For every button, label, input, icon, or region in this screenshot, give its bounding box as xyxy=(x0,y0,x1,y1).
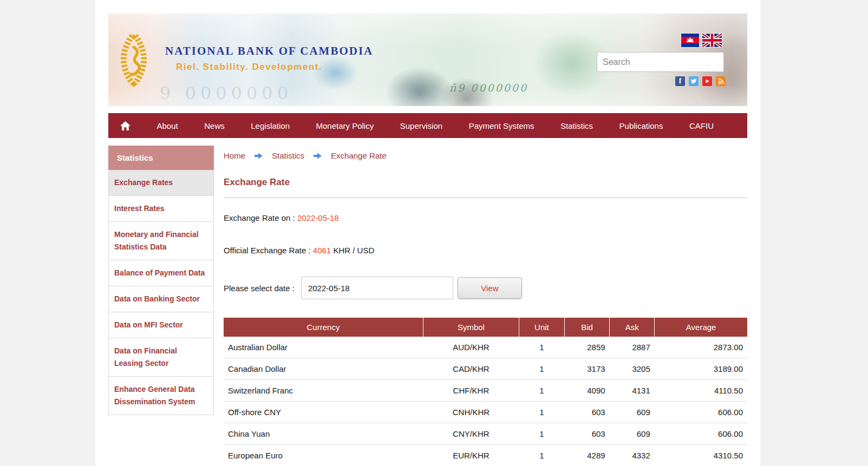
sidebar-item-balance-of-payment[interactable]: Balance of Payment Data xyxy=(108,260,214,286)
nav-item-publications[interactable]: Publications xyxy=(619,121,663,130)
cell-symbol: CHF/KHR xyxy=(423,380,519,402)
breadcrumb: Home Statistics Exchange Rate xyxy=(224,151,747,160)
nav-item-cafiu[interactable]: CAFIU xyxy=(689,121,714,130)
youtube-icon[interactable] xyxy=(702,76,712,86)
nav-item-legislation[interactable]: Legislation xyxy=(251,121,290,130)
search-input[interactable] xyxy=(597,52,724,72)
exchange-rate-on-date: 2022-05-18 xyxy=(297,213,339,222)
official-rate-value: 4061 xyxy=(313,246,331,255)
cell-currency: Switzerland Franc xyxy=(224,380,423,402)
nav-item-supervision[interactable]: Supervision xyxy=(400,121,442,130)
cell-symbol: EUR/KHR xyxy=(423,445,519,466)
official-rate-unit: KHR / USD xyxy=(333,246,374,255)
cell-unit: 1 xyxy=(519,445,564,466)
cell-average: 2873.00 xyxy=(655,337,747,358)
cell-symbol: CNY/KHR xyxy=(423,423,519,445)
view-button[interactable]: View xyxy=(458,277,522,299)
sidebar-item-exchange-rates[interactable]: Exchange Rates xyxy=(108,170,214,196)
page-title: Exchange Rate xyxy=(224,177,747,198)
cell-currency: China Yuan xyxy=(224,423,423,445)
cell-bid: 4289 xyxy=(565,445,610,466)
khmer-flag-icon[interactable] xyxy=(681,34,699,47)
breadcrumb-arrow-icon xyxy=(254,153,263,159)
cell-currency: Australian Dollar xyxy=(224,337,423,358)
cell-ask: 2887 xyxy=(610,337,655,358)
cell-symbol: AUD/KHR xyxy=(423,337,519,358)
table-row: Off-shore CNY CNH/KHR 1 603 609 606.00 xyxy=(224,402,747,423)
cell-symbol: CNH/KHR xyxy=(423,402,519,423)
official-rate-label: Official Exchange Rate : xyxy=(224,246,311,255)
cell-ask: 3205 xyxy=(610,358,655,380)
cell-average: 4310.50 xyxy=(655,445,747,466)
cell-bid: 4090 xyxy=(565,380,610,402)
cell-average: 606.00 xyxy=(655,423,747,445)
banner-banknote-serial: ñ9 0000000 xyxy=(449,82,528,94)
sidebar-item-monetary-financial-stats[interactable]: Monetary and Financial Statistics Data xyxy=(108,222,214,260)
exchange-rate-on-line: Exchange Rate on : 2022-05-18 xyxy=(224,213,747,222)
cell-average: 606.00 xyxy=(655,402,747,423)
banner-banknote-serial-faint: 9 0000000 xyxy=(160,83,292,103)
cell-unit: 1 xyxy=(519,337,564,358)
bank-name-title: NATIONAL BANK OF CAMBODIA xyxy=(165,44,373,58)
sidebar-item-financial-leasing[interactable]: Data on Financial Leasing Sector xyxy=(108,338,214,377)
breadcrumb-exchange-rate[interactable]: Exchange Rate xyxy=(331,151,387,160)
table-row: European Euro EUR/KHR 1 4289 4332 4310.5… xyxy=(224,445,747,466)
date-select-form: Please select date : View xyxy=(224,277,747,299)
cell-unit: 1 xyxy=(519,402,564,423)
cell-unit: 1 xyxy=(519,380,564,402)
sidebar-item-egdds[interactable]: Enhance General Data Dissemination Syste… xyxy=(108,377,214,415)
bank-tagline: Riel. Stability. Development. xyxy=(176,62,322,73)
exchange-rates-table: Currency Symbol Unit Bid Ask Average Aus… xyxy=(224,318,747,466)
nav-item-about[interactable]: About xyxy=(157,121,178,130)
cell-average: 3189.00 xyxy=(655,358,747,380)
nav-item-monetary-policy[interactable]: Monetary Policy xyxy=(316,121,374,130)
col-header-ask: Ask xyxy=(610,318,655,337)
select-date-label: Please select date : xyxy=(224,284,295,293)
sidebar-item-banking-sector[interactable]: Data on Banking Sector xyxy=(108,286,214,312)
nav-item-news[interactable]: News xyxy=(204,121,225,130)
page-wrapper: 9 0000000 ñ9 0000000 NATIONAL BANK OF CA… xyxy=(95,0,760,466)
table-row: Switzerland Franc CHF/KHR 1 4090 4131 41… xyxy=(224,380,747,402)
table-row: Australian Dollar AUD/KHR 1 2859 2887 28… xyxy=(224,337,747,358)
language-switcher xyxy=(681,34,722,47)
breadcrumb-home[interactable]: Home xyxy=(224,151,245,160)
col-header-bid: Bid xyxy=(565,318,610,337)
cell-average: 4110.50 xyxy=(655,380,747,402)
rss-icon[interactable] xyxy=(716,76,726,86)
sidebar-item-interest-rates[interactable]: Interest Rates xyxy=(108,196,214,222)
breadcrumb-statistics[interactable]: Statistics xyxy=(272,151,304,160)
cell-currency: Canadian Dollar xyxy=(224,358,423,380)
cell-ask: 4332 xyxy=(610,445,655,466)
cell-symbol: CAD/KHR xyxy=(423,358,519,380)
exchange-rate-on-label: Exchange Rate on : xyxy=(224,213,295,222)
date-input[interactable] xyxy=(301,277,453,299)
table-row: China Yuan CNY/KHR 1 603 609 606.00 xyxy=(224,423,747,445)
cell-unit: 1 xyxy=(519,358,564,380)
nav-item-payment-systems[interactable]: Payment Systems xyxy=(469,121,534,130)
col-header-currency: Currency xyxy=(224,318,423,337)
official-rate-line: Official Exchange Rate : 4061 KHR / USD xyxy=(224,246,747,255)
breadcrumb-arrow-icon xyxy=(314,153,322,159)
nbc-logo-icon xyxy=(112,31,156,88)
col-header-average: Average xyxy=(655,318,747,337)
home-icon[interactable] xyxy=(120,121,130,130)
col-header-symbol: Symbol xyxy=(423,318,519,337)
cell-ask: 609 xyxy=(610,423,655,445)
main-navigation: About News Legislation Monetary Policy S… xyxy=(108,113,747,138)
cell-bid: 603 xyxy=(565,423,610,445)
cell-bid: 2859 xyxy=(565,337,610,358)
cell-currency: European Euro xyxy=(224,445,423,466)
sidebar-title: Statistics xyxy=(108,146,214,170)
cell-unit: 1 xyxy=(519,423,564,445)
col-header-unit: Unit xyxy=(519,318,564,337)
header-banner: 9 0000000 ñ9 0000000 NATIONAL BANK OF CA… xyxy=(108,14,747,106)
cell-currency: Off-shore CNY xyxy=(224,402,423,423)
sidebar-item-mfi-sector[interactable]: Data on MFI Sector xyxy=(108,312,214,338)
english-flag-icon[interactable] xyxy=(702,34,722,47)
cell-bid: 603 xyxy=(565,402,610,423)
twitter-icon[interactable] xyxy=(689,76,699,86)
table-row: Canadian Dollar CAD/KHR 1 3173 3205 3189… xyxy=(224,358,747,380)
facebook-icon[interactable]: f xyxy=(675,76,685,86)
social-links: f xyxy=(675,76,726,86)
nav-item-statistics[interactable]: Statistics xyxy=(560,121,593,130)
